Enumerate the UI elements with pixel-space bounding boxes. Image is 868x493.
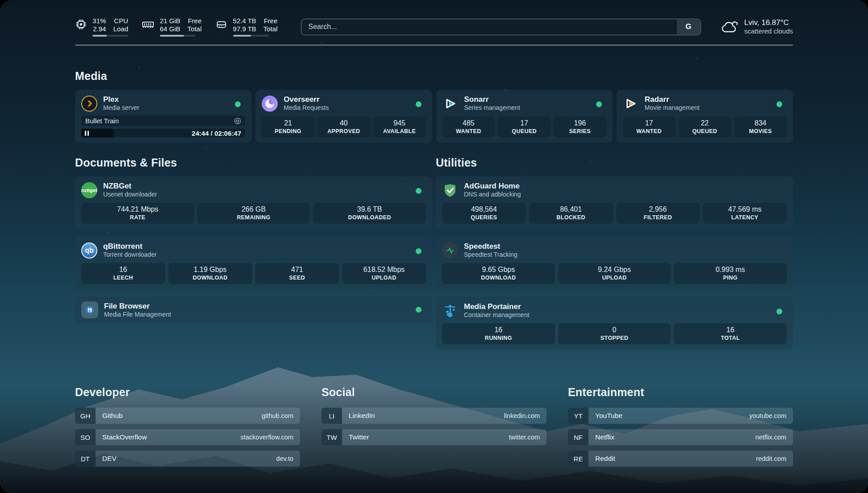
stat-leech: 16LEECH bbox=[81, 263, 165, 284]
stat-running: 16RUNNING bbox=[442, 323, 555, 344]
section-title-utilities: Utilities bbox=[436, 156, 793, 169]
stat-seed: 471SEED bbox=[255, 263, 339, 284]
stat-wanted: 17WANTED bbox=[623, 117, 676, 138]
service-subtitle: Usenet downloader bbox=[103, 191, 157, 198]
memory-progress-bar bbox=[160, 35, 196, 37]
service-card-qbittorrent[interactable]: qb qBittorrent Torrent downloader 16LEEC… bbox=[75, 237, 432, 289]
cpu-usage-value: 31% bbox=[92, 17, 106, 25]
bookmark-dev[interactable]: DT DEV dev.to bbox=[75, 451, 300, 467]
adguard-logo-icon bbox=[442, 182, 458, 198]
service-subtitle: DNS and adblocking bbox=[464, 191, 521, 198]
bookmark-linkedin[interactable]: LI LinkedIn linkedin.com bbox=[321, 408, 547, 424]
service-title: Speedtest bbox=[464, 242, 517, 251]
stat-filtered: 2,956FILTERED bbox=[616, 203, 700, 224]
service-title: AdGuard Home bbox=[464, 182, 521, 191]
overseerr-logo-icon bbox=[262, 96, 278, 112]
status-dot bbox=[776, 101, 782, 107]
service-title: Radarr bbox=[645, 95, 700, 104]
service-card-adguard[interactable]: AdGuard Home DNS and adblocking 498,564Q… bbox=[436, 176, 793, 229]
stat-queries: 498,564QUERIES bbox=[442, 203, 526, 224]
bookmark-abbr: GH bbox=[75, 408, 96, 424]
status-dot bbox=[596, 101, 602, 107]
stat-downloaded: 39.6 TBDOWNLOADED bbox=[313, 203, 426, 224]
documents-column: Documents & Files nzbget NZBGet Usenet d… bbox=[75, 156, 432, 323]
service-card-sonarr[interactable]: Sonarr Series management 485WANTED 17QUE… bbox=[436, 90, 613, 143]
service-title: File Browser bbox=[104, 302, 171, 311]
sonarr-logo-icon bbox=[442, 96, 459, 112]
cpu-load-value: 2.94 bbox=[92, 25, 106, 33]
bookmark-abbr: DT bbox=[75, 451, 96, 467]
bookmarks-developer: Developer GH Github github.com SO StackO… bbox=[75, 386, 300, 472]
stat-rate: 744.21 MbpsRATE bbox=[81, 203, 194, 224]
bookmark-name: StackOverflow bbox=[96, 429, 241, 445]
stat-upload: 9.24 GbpsUPLOAD bbox=[558, 263, 671, 284]
service-card-overseerr[interactable]: Overseerr Media Requests 21PENDING 40APP… bbox=[255, 90, 432, 143]
media-grid: Plex Media server Bullet Train 24:44 / 0… bbox=[75, 90, 793, 143]
stat-ping: 0.993 msPING bbox=[674, 263, 787, 284]
service-subtitle: Speedtest Tracking bbox=[464, 251, 517, 259]
service-title: Media Portainer bbox=[464, 302, 529, 311]
bookmark-url: reddit.com bbox=[756, 451, 793, 467]
service-subtitle: Container management bbox=[464, 311, 529, 319]
radarr-logo-icon bbox=[623, 96, 639, 112]
bookmark-url: stackoverflow.com bbox=[241, 429, 300, 445]
disk-total-value: 97.9 TB bbox=[233, 25, 256, 33]
section-title-media: Media bbox=[75, 70, 793, 83]
disk-total-label: Total bbox=[263, 25, 278, 33]
bookmark-url: netflix.com bbox=[755, 429, 793, 445]
service-subtitle: Media server bbox=[103, 104, 139, 112]
status-dot bbox=[416, 248, 421, 254]
cpu-widget: 31% CPU 2.94 Load bbox=[75, 17, 128, 37]
playback-progress-bar[interactable]: 24:44 / 02:06:47 bbox=[81, 129, 245, 138]
cpu-progress-bar bbox=[92, 35, 128, 37]
weather-widget[interactable]: Lviv, 16.87°C scattered clouds bbox=[721, 18, 793, 35]
disk-free-value: 52.4 TB bbox=[233, 17, 256, 25]
header-divider bbox=[75, 45, 793, 46]
bookmark-github[interactable]: GH Github github.com bbox=[75, 408, 300, 424]
bookmark-stackoverflow[interactable]: SO StackOverflow stackoverflow.com bbox=[75, 429, 300, 445]
bookmark-name: YouTube bbox=[588, 408, 749, 424]
bookmark-twitter[interactable]: TW Twitter twitter.com bbox=[321, 429, 547, 445]
resource-widgets: 31% CPU 2.94 Load bbox=[75, 17, 278, 37]
search-bar: G bbox=[301, 19, 701, 35]
filebrowser-logo-icon bbox=[81, 301, 98, 318]
weather-location-temp: Lviv, 16.87°C bbox=[744, 18, 793, 27]
snow-flecks bbox=[0, 0, 1, 1]
stat-wanted: 485WANTED bbox=[442, 117, 495, 138]
stat-queued: 22QUEUED bbox=[679, 117, 731, 138]
header: 31% CPU 2.94 Load bbox=[75, 17, 793, 37]
memory-widget: 21 GiB Free 64 GiB Total bbox=[142, 17, 202, 37]
bookmark-name: LinkedIn bbox=[342, 408, 504, 424]
service-card-portainer[interactable]: Media Portainer Container management 16R… bbox=[436, 297, 793, 350]
disk-widget: 52.4 TB Free 97.9 TB Total bbox=[215, 17, 278, 37]
service-subtitle: Series management bbox=[464, 104, 520, 112]
service-title: Overseerr bbox=[284, 95, 329, 104]
service-card-plex[interactable]: Plex Media server Bullet Train 24:44 / 0… bbox=[75, 90, 251, 143]
search-provider-button[interactable]: G bbox=[677, 20, 700, 34]
video-source-icon bbox=[234, 117, 241, 125]
status-dot bbox=[776, 309, 782, 314]
stat-series: 196SERIES bbox=[554, 117, 606, 138]
bookmark-reddit[interactable]: RE Reddit reddit.com bbox=[568, 451, 793, 467]
stat-upload: 618.52 MbpsUPLOAD bbox=[342, 263, 426, 284]
memory-total-value: 64 GiB bbox=[160, 25, 180, 33]
stat-movies: 834MOVIES bbox=[734, 117, 787, 138]
bookmark-abbr: SO bbox=[75, 429, 96, 445]
stat-remaining: 266 GBREMAINING bbox=[197, 203, 310, 224]
service-card-radarr[interactable]: Radarr Movie management 17WANTED 22QUEUE… bbox=[617, 90, 793, 143]
bookmark-name: Reddit bbox=[588, 451, 756, 467]
memory-free-label: Free bbox=[188, 17, 202, 25]
service-card-speedtest[interactable]: Speedtest Speedtest Tracking 9.65 GbpsDO… bbox=[436, 237, 793, 289]
service-card-nzbget[interactable]: nzbget NZBGet Usenet downloader 744.21 M… bbox=[75, 176, 432, 229]
search-input[interactable] bbox=[301, 19, 701, 35]
service-subtitle: Media Requests bbox=[284, 104, 329, 112]
service-subtitle: Torrent downloader bbox=[103, 251, 157, 259]
bookmark-url: youtube.com bbox=[749, 408, 793, 424]
playback-time: 24:44 / 02:06:47 bbox=[192, 130, 241, 137]
bookmark-youtube[interactable]: YT YouTube youtube.com bbox=[568, 408, 793, 424]
memory-free-value: 21 GiB bbox=[160, 17, 180, 25]
bookmark-netflix[interactable]: NF Netflix netflix.com bbox=[568, 429, 793, 445]
utilities-column: Utilities AdGuard Home DNS and adblockin… bbox=[436, 156, 793, 357]
disk-icon bbox=[215, 18, 228, 30]
service-card-filebrowser[interactable]: File Browser Media File Management bbox=[75, 297, 432, 323]
